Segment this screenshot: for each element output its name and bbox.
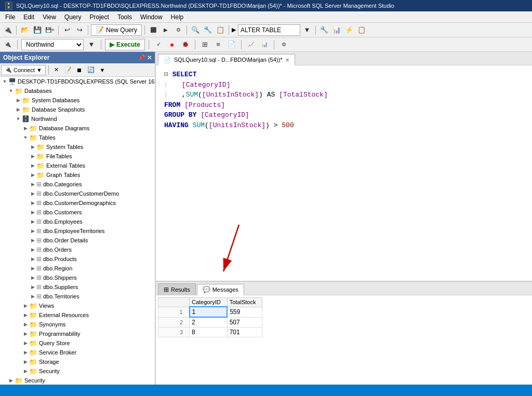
results-text-btn[interactable]: ≡ <box>212 39 224 50</box>
row-1-categoryid[interactable]: 1 <box>190 307 228 317</box>
toolbar-btn-10[interactable]: 📋 <box>215 24 226 36</box>
oe-new-query-btn[interactable]: 📝 <box>63 65 73 75</box>
execute-button[interactable]: ▶ Execute <box>105 39 145 50</box>
tree-db-snapshots-node[interactable]: ▶ 📁 Database Snapshots <box>0 105 155 114</box>
tree-suppliers-node[interactable]: ▶ ⊞ dbo.Suppliers <box>0 282 155 292</box>
tree-tables-node[interactable]: ▼ 📁 Tables <box>0 133 155 142</box>
misc-btn1[interactable]: ⚙ <box>278 39 289 50</box>
new-connection-btn[interactable]: 🔌 <box>2 24 14 36</box>
orders-table-icon: ⊞ <box>36 246 42 253</box>
include-plan-btn[interactable]: 📈 <box>245 39 257 50</box>
results-file-btn[interactable]: 📄 <box>226 39 237 50</box>
parse-btn[interactable]: ✓ <box>153 39 164 50</box>
oe-toolbar: 🔌 Connect ▼ ✕ 📝 ⏹ 🔄 ▼ <box>0 63 155 77</box>
results-tab-messages[interactable]: 💬 Messages <box>197 284 244 295</box>
oe-close-icon[interactable]: ✕ <box>147 54 152 61</box>
stop-btn[interactable]: ■ <box>166 39 178 50</box>
tree-employee-territories-node[interactable]: ▶ ⊞ dbo.EmployeeTerritories <box>0 226 155 236</box>
open-file-btn[interactable]: 📂 <box>19 24 31 36</box>
tree-order-details-node[interactable]: ▶ ⊞ dbo.Order Details <box>0 236 155 245</box>
tree-programmability-node[interactable]: ▶ 📁 Programmability <box>0 329 155 338</box>
tree-query-store-node[interactable]: ▶ 📁 Query Store <box>0 338 155 348</box>
menu-project[interactable]: Project <box>87 12 112 22</box>
tree-northwind-node[interactable]: ▼ 🗄️ Northwind <box>0 114 155 124</box>
debug-btn[interactable]: 🐞 <box>180 39 191 50</box>
tree-system-db-node[interactable]: ▶ 📁 System Databases <box>0 95 155 105</box>
oe-filter-btn[interactable]: ▼ <box>97 65 108 75</box>
oe-disconnect-btn[interactable]: ✕ <box>51 65 62 75</box>
toolbar-btn-8[interactable]: 🔍 <box>190 24 201 36</box>
tree-graph-tables-node[interactable]: ▶ 📁 Graph Tables <box>0 170 155 180</box>
connect-db-btn[interactable]: 🔌 <box>2 39 14 50</box>
db-dropdown-arrow[interactable]: ▼ <box>86 39 97 50</box>
tree-customers-node[interactable]: ▶ ⊞ dbo.Customers <box>0 208 155 217</box>
tree-security-db-node[interactable]: ▶ 📁 Security <box>0 366 155 376</box>
toolbar-row-1: 🔌 📂 💾 💾+ ↩ ↪ 📝 New Query ⬛ ▶ ⚙ 🔍 🔧 📋 ▶ ▼… <box>0 23 532 37</box>
tree-products-node[interactable]: ▶ ⊞ dbo.Products <box>0 254 155 264</box>
toolbar-btn-9[interactable]: 🔧 <box>202 24 214 36</box>
database-select[interactable]: Northwind <box>21 39 84 50</box>
tree-service-broker-node[interactable]: ▶ 📁 Service Broker <box>0 348 155 357</box>
tree-filetables-node[interactable]: ▶ 📁 FileTables <box>0 152 155 161</box>
tree-orders-node[interactable]: ▶ ⊞ dbo.Orders <box>0 245 155 254</box>
show-stats-btn[interactable]: 📊 <box>259 39 270 50</box>
employees-expand-icon: ▶ <box>29 219 36 224</box>
tree-territories-node[interactable]: ▶ ⊞ dbo.Territories <box>0 292 155 301</box>
menu-edit[interactable]: Edit <box>20 12 37 22</box>
totalstock-header: TotalStock <box>227 298 262 307</box>
oe-refresh-btn[interactable]: 🔄 <box>86 65 96 75</box>
toolbar-btn-6[interactable]: ▶ <box>160 24 171 36</box>
tree-server-node[interactable]: ▼ 🖥️ DESKTOP-TD1FBDO\SQLEXPRESS (SQL Ser… <box>0 77 155 86</box>
tree-region-node[interactable]: ▶ ⊞ dbo.Region <box>0 264 155 273</box>
tab-close-btn[interactable]: ✕ <box>285 57 289 63</box>
oe-pin-icon[interactable]: 📌 <box>138 54 145 61</box>
toolbar-btn-5[interactable]: ⬛ <box>148 24 159 36</box>
tree-customer-demographics-node[interactable]: ▶ ⊞ dbo.CustomerDemographics <box>0 198 155 208</box>
save-all-btn[interactable]: 💾+ <box>44 24 56 36</box>
tree-synonyms-node[interactable]: ▶ 📁 Synonyms <box>0 320 155 329</box>
tree-views-node[interactable]: ▶ 📁 Views <box>0 301 155 310</box>
prog-folder-icon: 📁 <box>29 330 37 338</box>
redo-btn[interactable]: ↪ <box>74 24 85 36</box>
region-table-icon: ⊞ <box>36 265 42 272</box>
oe-stop-btn[interactable]: ⏹ <box>74 65 85 75</box>
connect-button[interactable]: 🔌 Connect ▼ <box>1 65 46 75</box>
sql-editor-content[interactable]: ⊟ SELECT │ [CategoryID] │ ,SUM([UnitsInS… <box>156 65 532 281</box>
sql-query-tab[interactable]: 📄 SQLQuery10.sql - D...FBDO\Marijan (54)… <box>158 54 295 65</box>
results-grid-btn[interactable]: ⊞ <box>199 39 210 50</box>
results-tab-results[interactable]: ⊞ Results <box>158 283 196 295</box>
tree-databases-node[interactable]: ▼ 📁 Databases <box>0 86 155 95</box>
alter-table-input[interactable] <box>238 24 300 36</box>
toolbar-btn-13[interactable]: ⚡ <box>343 24 355 36</box>
tree-employees-node[interactable]: ▶ ⊞ dbo.Employees <box>0 217 155 226</box>
menu-tools[interactable]: Tools <box>114 12 135 22</box>
menu-query[interactable]: Query <box>61 12 85 22</box>
security-label: Security <box>24 377 45 384</box>
tree-external-resources-node[interactable]: ▶ 📁 External Resources <box>0 310 155 320</box>
tree-db-diagrams-node[interactable]: ▶ 📁 Database Diagrams <box>0 124 155 133</box>
server-label: DESKTOP-TD1FBDO\SQLEXPRESS (SQL Server 1… <box>18 78 155 85</box>
category-id-bracket: [CategoryID] <box>182 81 231 89</box>
tree-shippers-node[interactable]: ▶ ⊞ dbo.Shippers <box>0 273 155 282</box>
territories-expand-icon: ▶ <box>29 294 36 299</box>
menu-window[interactable]: Window <box>137 12 166 22</box>
menu-file[interactable]: File <box>2 12 18 22</box>
tree-dbo-categories-node[interactable]: ▶ ⊞ dbo.Categories <box>0 180 155 189</box>
menu-help[interactable]: Help <box>168 12 187 22</box>
tree-security-node[interactable]: ▶ 📁 Security <box>0 376 155 385</box>
toolbar-btn-14[interactable]: 📋 <box>356 24 367 36</box>
tree-customer-customer-demo-node[interactable]: ▶ ⊞ dbo.CustomerCustomerDemo <box>0 189 155 198</box>
new-query-button[interactable]: 📝 New Query <box>91 24 142 36</box>
toolbar-dropdown-arrow[interactable]: ▼ <box>301 24 313 36</box>
tree-storage-node[interactable]: ▶ 📁 Storage <box>0 357 155 366</box>
toolbar-btn-12[interactable]: 📊 <box>331 24 342 36</box>
toolbar-btn-7[interactable]: ⚙ <box>172 24 184 36</box>
synonyms-folder-icon: 📁 <box>29 321 37 329</box>
dbo-region-label: dbo.Region <box>43 265 72 271</box>
undo-btn[interactable]: ↩ <box>61 24 73 36</box>
tree-external-tables-node[interactable]: ▶ 📁 External Tables <box>0 161 155 170</box>
toolbar-btn-11[interactable]: 🔧 <box>318 24 330 36</box>
menu-view[interactable]: View <box>39 12 59 22</box>
tree-system-tables-node[interactable]: ▶ 📁 System Tables <box>0 142 155 152</box>
save-btn[interactable]: 💾 <box>32 24 43 36</box>
